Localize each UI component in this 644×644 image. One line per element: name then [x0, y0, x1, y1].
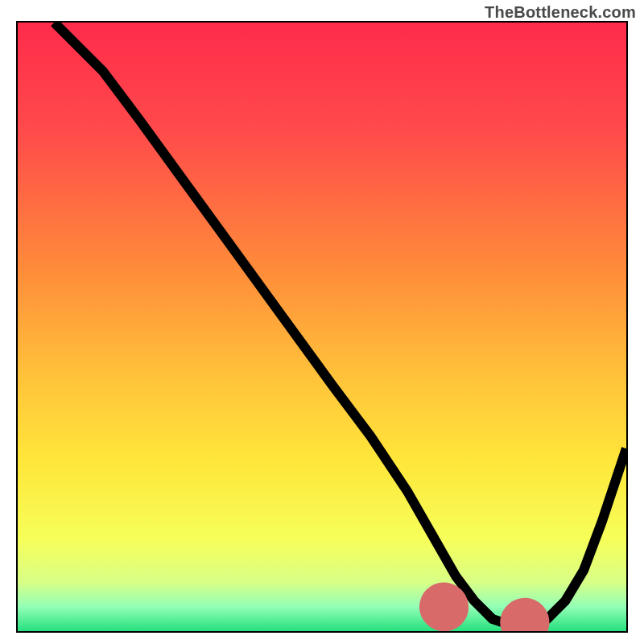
- chart-container: TheBottleneck.com: [0, 0, 644, 644]
- watermark-text: TheBottleneck.com: [485, 3, 636, 22]
- bottleneck-curve: [54, 23, 626, 625]
- chart-lines: [18, 23, 626, 631]
- plot-area: [16, 21, 628, 633]
